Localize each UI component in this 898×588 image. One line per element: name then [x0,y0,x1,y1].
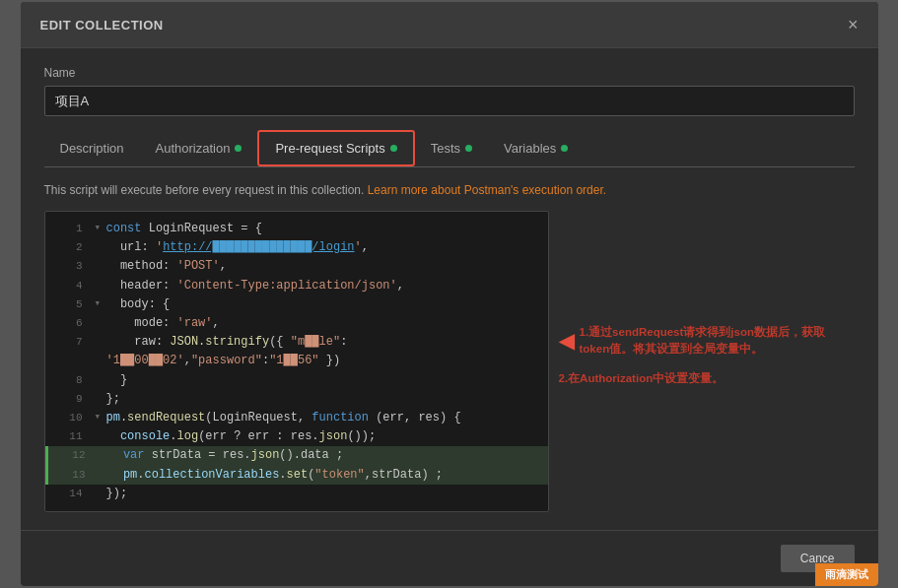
modal-title: EDIT COLLECTION [40,18,164,33]
code-line-2: 2 url: 'http://██████████████/login', [45,238,548,257]
code-line-9: 9 }; [45,390,548,409]
code-editor[interactable]: 1 ▾ const LoginRequest = { 2 url: 'http:… [44,211,549,512]
code-line-8: 8 } [45,371,548,390]
annotation-1: ◀ 1.通过sendRequest请求得到json数据后，获取token值。将其… [559,324,845,359]
edit-collection-modal: EDIT COLLECTION × Name Description Autho… [21,2,878,586]
code-line-1: 1 ▾ const LoginRequest = { [45,220,548,238]
code-line-6: 6 mode: 'raw', [45,314,548,333]
authorization-dot [235,145,242,152]
tab-pre-request[interactable]: Pre-request Scripts [257,130,414,166]
close-button[interactable]: × [848,16,859,33]
code-line-5: 5 ▾ body: { [45,295,548,314]
watermark: 雨滴测试 [815,563,878,586]
variables-dot [561,145,568,152]
tab-description-text: This script will execute before every re… [44,181,855,199]
code-line-4: 4 header: 'Content-Type:application/json… [45,277,548,295]
tab-variables[interactable]: Variables [488,130,584,166]
code-line-14: 14 }); [45,485,548,503]
annotation-2: 2.在Authorization中设置变量。 [559,370,845,387]
code-line-3: 3 method: 'POST', [45,257,548,276]
modal-header: EDIT COLLECTION × [21,2,878,48]
tab-authorization[interactable]: Authorization [140,130,258,166]
tests-dot [465,145,472,152]
name-input[interactable] [44,86,855,116]
modal-body: Name Description Authorization Pre-reque… [21,48,878,530]
annotation-2-text: 2.在Authorization中设置变量。 [559,370,725,387]
annotation-1-arrow: ◀ [559,326,574,356]
code-area-wrapper: 1 ▾ const LoginRequest = { 2 url: 'http:… [44,211,855,512]
code-line-7: 7 raw: JSON.stringify({ "m██le": '1██00█… [45,333,548,370]
code-line-13: 13 pm.collectionVariables.set("token",st… [45,466,548,485]
tab-description[interactable]: Description [44,130,140,166]
code-line-11: 11 console.log(err ? err : res.json()); [45,427,548,446]
pre-request-dot [390,145,397,152]
tab-tests[interactable]: Tests [415,130,488,166]
name-label: Name [44,66,855,80]
tabs-bar: Description Authorization Pre-request Sc… [44,130,855,167]
annotations-panel: ◀ 1.通过sendRequest请求得到json数据后，获取token值。将其… [549,211,855,512]
code-line-12: 12 var strData = res.json().data ; [45,446,548,465]
annotation-1-text: 1.通过sendRequest请求得到json数据后，获取token值。将其设置… [580,324,845,359]
learn-more-link[interactable]: Learn more about Postman's execution ord… [368,183,606,197]
modal-footer: Cance 雨滴测试 [21,530,878,586]
code-line-10: 10 ▾ pm.sendRequest(LoginRequest, functi… [45,409,548,427]
